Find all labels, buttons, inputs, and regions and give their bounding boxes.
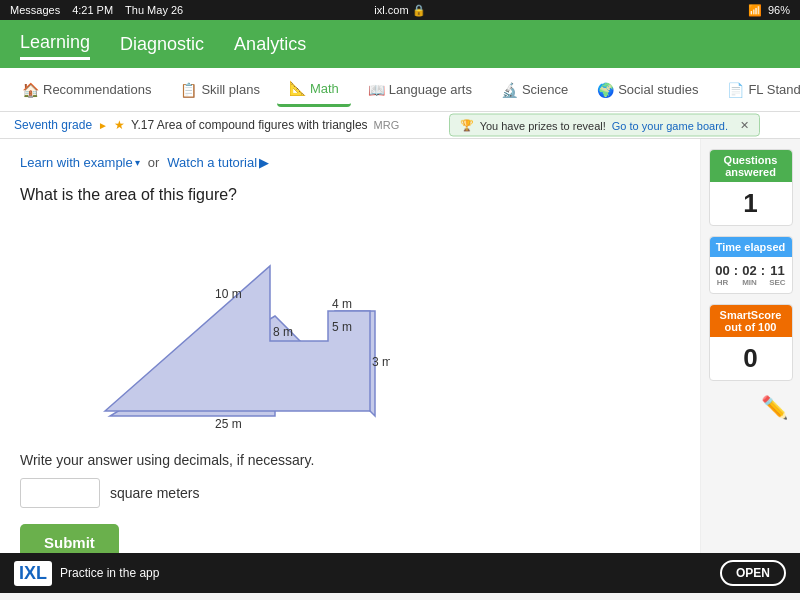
open-app-button[interactable]: OPEN <box>720 560 786 586</box>
language-arts-icon: 📖 <box>368 82 385 98</box>
trophy-icon: 🏆 <box>460 119 474 132</box>
breadcrumb-arrow: ► <box>98 120 108 131</box>
nav-analytics[interactable]: Analytics <box>234 30 306 59</box>
status-bar-left: Messages 4:21 PM Thu May 26 <box>10 4 183 16</box>
learn-bar: Learn with example ▾ or Watch a tutorial… <box>20 155 680 170</box>
play-icon: ▶ <box>259 155 269 170</box>
question-text: What is the area of this figure? <box>20 186 680 204</box>
questions-answered-title: Questions answered <box>710 150 792 182</box>
compound-figure: 10 m 8 m 5 m 4 m 3 m 25 m <box>50 216 390 436</box>
ixl-logo: IXL <box>14 561 52 586</box>
nav-bar: Learning Diagnostic Analytics <box>0 20 800 68</box>
chevron-down-icon: ▾ <box>135 157 140 168</box>
subnav-recommendations[interactable]: 🏠 Recommendations <box>10 74 163 106</box>
dim-10m: 10 m <box>215 287 242 301</box>
instructions: Write your answer using decimals, if nec… <box>20 452 680 468</box>
breadcrumb-star: ★ <box>114 118 125 132</box>
nav-learning[interactable]: Learning <box>20 28 90 60</box>
time-elapsed-box: Time elapsed 00 HR : 02 MIN : 11 SEC <box>709 236 793 294</box>
science-icon: 🔬 <box>501 82 518 98</box>
min-label: MIN <box>742 278 757 287</box>
subnav-science[interactable]: 🔬 Science <box>489 74 580 106</box>
time-elapsed-title: Time elapsed <box>710 237 792 257</box>
status-bar-right: 📶 96% <box>748 4 790 17</box>
prize-text: You have prizes to reveal! <box>480 119 606 131</box>
smart-score-box: SmartScore out of 100 0 <box>709 304 793 381</box>
time-min-value: 02 <box>742 263 756 278</box>
time-sec-value: 11 <box>770 263 784 278</box>
messages-label: Messages <box>10 4 60 16</box>
sidebar: Questions answered 1 Time elapsed 00 HR … <box>700 139 800 553</box>
subnav-math[interactable]: 📐 Math <box>277 72 351 107</box>
submit-button[interactable]: Submit <box>20 524 119 553</box>
pencil-icon[interactable]: ✏️ <box>761 395 788 421</box>
sec-label: SEC <box>769 278 785 287</box>
breadcrumb-tag: MRG <box>374 119 400 131</box>
subnav-fl-standards[interactable]: 📄 FL Standards <box>715 74 800 106</box>
main-content: Learn with example ▾ or Watch a tutorial… <box>0 139 800 553</box>
recommendations-icon: 🏠 <box>22 82 39 98</box>
time-label: 4:21 PM <box>72 4 113 16</box>
dim-3m: 3 m <box>372 355 390 369</box>
time-display: 00 HR : 02 MIN : 11 SEC <box>714 263 788 287</box>
learn-example-link[interactable]: Learn with example ▾ <box>20 155 140 170</box>
questions-answered-box: Questions answered 1 <box>709 149 793 226</box>
domain-label: ixl.com 🔒 <box>374 4 425 17</box>
prize-link[interactable]: Go to your game board. <box>612 119 728 131</box>
fl-standards-icon: 📄 <box>727 82 744 98</box>
time-hr-value: 00 <box>715 263 729 278</box>
battery-label: 96% <box>768 4 790 16</box>
sub-nav: 🏠 Recommendations 📋 Skill plans 📐 Math 📖… <box>0 68 800 112</box>
time-sep2: : <box>761 263 765 287</box>
time-sep1: : <box>734 263 738 287</box>
answer-input[interactable] <box>20 478 100 508</box>
dim-8m: 8 m <box>273 325 293 339</box>
watch-tutorial-link[interactable]: Watch a tutorial ▶ <box>167 155 269 170</box>
question-area: Learn with example ▾ or Watch a tutorial… <box>0 139 700 553</box>
skill-plans-icon: 📋 <box>180 82 197 98</box>
social-studies-icon: 🌍 <box>597 82 614 98</box>
subnav-skill-plans[interactable]: 📋 Skill plans <box>168 74 272 106</box>
time-sec-cell: 11 SEC <box>769 263 785 287</box>
app-bar-left: IXL Practice in the app <box>14 561 159 586</box>
breadcrumb-lesson: Y.17 Area of compound figures with trian… <box>131 118 368 132</box>
status-bar: Messages 4:21 PM Thu May 26 ixl.com 🔒 📶 … <box>0 0 800 20</box>
prize-banner: 🏆 You have prizes to reveal! Go to your … <box>449 114 760 137</box>
date-label: Thu May 26 <box>125 4 183 16</box>
learn-example-label: Learn with example <box>20 155 133 170</box>
answer-unit: square meters <box>110 485 199 501</box>
subnav-language-arts[interactable]: 📖 Language arts <box>356 74 484 106</box>
hr-label: HR <box>717 278 729 287</box>
breadcrumb-grade[interactable]: Seventh grade <box>14 118 92 132</box>
app-bar-text: Practice in the app <box>60 566 159 580</box>
questions-answered-value: 1 <box>714 188 788 219</box>
smart-score-title: SmartScore out of 100 <box>710 305 792 337</box>
math-icon: 📐 <box>289 80 306 96</box>
wifi-icon: 📶 <box>748 4 762 17</box>
dim-5m: 5 m <box>332 320 352 334</box>
breadcrumb-bar: Seventh grade ► ★ Y.17 Area of compound … <box>0 112 800 139</box>
or-text: or <box>148 155 160 170</box>
watch-tutorial-label: Watch a tutorial <box>167 155 257 170</box>
app-bar: IXL Practice in the app OPEN <box>0 553 800 593</box>
figure-container: 10 m 8 m 5 m 4 m 3 m 25 m <box>50 216 680 440</box>
time-min-cell: 02 MIN <box>742 263 757 287</box>
nav-diagnostic[interactable]: Diagnostic <box>120 30 204 59</box>
dim-25m: 25 m <box>215 417 242 431</box>
subnav-social-studies[interactable]: 🌍 Social studies <box>585 74 710 106</box>
time-hr-cell: 00 HR <box>715 263 729 287</box>
smart-score-value: 0 <box>714 343 788 374</box>
dim-4m: 4 m <box>332 297 352 311</box>
answer-row: square meters <box>20 478 680 508</box>
prize-close-icon[interactable]: ✕ <box>740 119 749 132</box>
